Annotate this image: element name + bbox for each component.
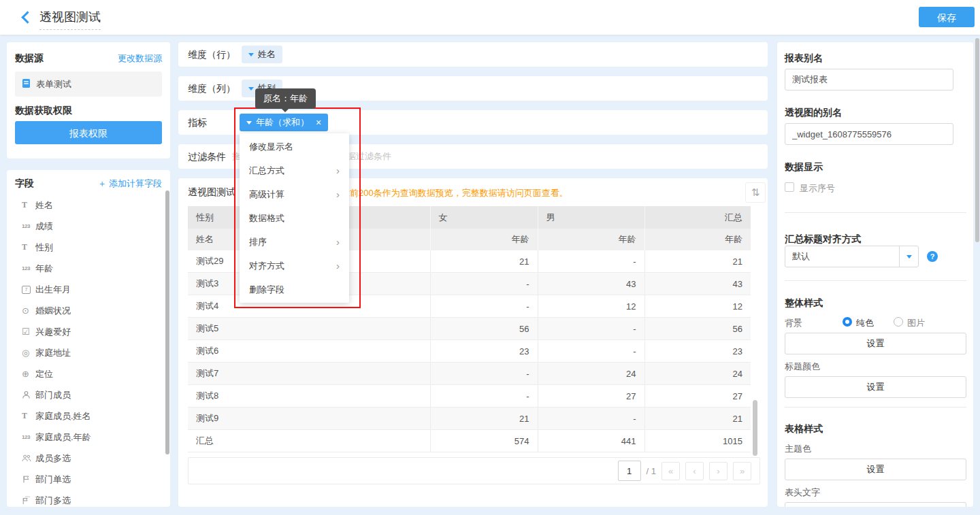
field-item[interactable]: T家庭成员.姓名 <box>7 405 170 427</box>
fields-scrollbar[interactable] <box>165 190 169 454</box>
show-index-checkbox[interactable] <box>785 182 794 192</box>
bg-solid-label: 纯色 <box>856 317 874 329</box>
table-row: 测试7-2424 <box>188 363 751 385</box>
widget-alias-label: 透视图的别名 <box>785 107 842 119</box>
field-item[interactable]: 7出生年月 <box>7 279 170 300</box>
field-item[interactable]: T姓名 <box>7 195 170 216</box>
dept-multi-icon <box>22 496 35 505</box>
radio-icon: ⊙ <box>22 305 35 316</box>
chevron-right-icon: › <box>336 165 340 176</box>
field-item[interactable]: 部门多选 <box>7 490 170 507</box>
show-index-label: 显示序号 <box>800 182 835 195</box>
chevron-right-icon: › <box>336 260 340 271</box>
metric-label: 指标 <box>188 110 207 135</box>
add-calc-field-link[interactable]: ＋ 添加计算字段 <box>97 178 162 190</box>
bg-image-radio[interactable] <box>894 317 903 327</box>
divider <box>785 212 966 213</box>
field-item[interactable]: ◎家庭地址 <box>7 342 170 363</box>
bg-solid-radio[interactable] <box>843 317 852 327</box>
divider <box>785 280 966 281</box>
chevron-right-icon: › <box>336 188 340 200</box>
field-item[interactable]: 部门成员 <box>7 384 170 405</box>
back-icon[interactable] <box>20 12 30 22</box>
change-datasource-link[interactable]: 更改数据源 <box>118 52 162 65</box>
next-page-icon[interactable]: › <box>709 462 728 480</box>
header-text-set-button[interactable]: 设置 <box>785 502 966 507</box>
widget-alias-input[interactable] <box>785 123 953 145</box>
field-item[interactable]: 成员多选 <box>7 448 170 469</box>
header-text-label: 表头文字 <box>785 486 820 499</box>
first-page-icon[interactable]: « <box>662 462 680 480</box>
preview-scrollbar[interactable] <box>753 400 757 456</box>
field-item[interactable]: 123家庭成员.年龄 <box>7 427 170 448</box>
menu-item-delete-field[interactable]: 删除字段 <box>240 278 349 301</box>
table-row: 测试8-2727 <box>188 385 751 408</box>
text-icon: T <box>22 411 35 421</box>
report-alias-input[interactable] <box>785 69 953 90</box>
page-scrollbar[interactable] <box>975 38 979 242</box>
chevron-down-icon <box>248 53 254 56</box>
number-icon: 123 <box>22 223 35 229</box>
menu-item-data-format[interactable]: 数据格式 <box>240 206 349 230</box>
settings-panel: 报表别名 透视图的别名 数据显示 显示序号 汇总标题对齐方式 默认 ? 整体样式… <box>777 42 973 507</box>
title-color-label: 标题颜色 <box>785 361 820 373</box>
menu-item-align[interactable]: 对齐方式› <box>240 254 349 278</box>
tooltip-arrow <box>281 108 289 112</box>
last-page-icon[interactable]: » <box>733 462 751 480</box>
number-icon: 123 <box>22 265 35 271</box>
chevron-down-icon <box>248 87 254 90</box>
metric-tag[interactable]: 年龄（求和）× <box>240 114 328 131</box>
row-dimension-label: 维度（行） <box>188 42 235 67</box>
filter-label: 过滤条件 <box>188 144 226 169</box>
overall-style-label: 整体样式 <box>785 297 823 310</box>
close-icon[interactable]: × <box>316 118 321 127</box>
menu-item-advanced-calc[interactable]: 高级计算› <box>240 182 349 206</box>
menu-item-summary-method[interactable]: 汇总方式› <box>240 159 349 182</box>
prev-page-icon[interactable]: ‹ <box>685 462 704 480</box>
divider <box>785 407 966 408</box>
fields-panel: 字段 ＋ 添加计算字段 T姓名 123成绩 T性别 123年龄 7出生年月 ⊙婚… <box>7 170 170 507</box>
preview-title: 透视图测试 <box>188 186 235 199</box>
field-item[interactable]: 123成绩 <box>7 216 170 237</box>
field-item[interactable]: 部门单选 <box>7 469 170 490</box>
table-row: 测试623-23 <box>188 340 751 363</box>
field-item[interactable]: ☑兴趣爱好 <box>7 321 170 342</box>
field-item[interactable]: T性别 <box>7 237 170 258</box>
sort-order-icon[interactable]: ⇅ <box>745 182 766 203</box>
report-permission-button[interactable]: 报表权限 <box>15 121 162 144</box>
field-item[interactable]: ⊕定位 <box>7 363 170 384</box>
datasource-panel: 数据源 更改数据源 表单测试 数据获取权限 报表权限 <box>7 42 170 159</box>
chevron-down-icon <box>246 121 252 124</box>
preview-notice: 仅展示前200条作为查询数据预览，完整数据请访问页面查看。 <box>323 187 568 199</box>
top-bar: 透视图测试 保存 <box>0 0 980 35</box>
permission-section-title: 数据获取权限 <box>15 105 72 117</box>
menu-item-sort[interactable]: 排序› <box>240 230 349 254</box>
page-input[interactable] <box>618 461 641 481</box>
theme-color-set-button[interactable]: 设置 <box>785 459 966 480</box>
datasource-section-title: 数据源 <box>15 52 44 65</box>
original-name-tooltip: 原名：年龄 <box>255 88 316 109</box>
field-item[interactable]: 123年龄 <box>7 258 170 279</box>
text-icon: T <box>22 200 35 210</box>
col-dimension-label: 维度（列） <box>188 76 235 101</box>
report-alias-label: 报表别名 <box>785 52 823 65</box>
pagination-bar: / 1 « ‹ › » <box>188 457 760 484</box>
chevron-down-icon <box>899 246 918 267</box>
fields-section-title: 字段 <box>15 178 34 190</box>
field-context-menu: 修改显示名 汇总方式› 高级计算› 数据格式 排序› 对齐方式› 删除字段 <box>240 133 349 303</box>
data-display-label: 数据显示 <box>785 161 823 173</box>
field-item[interactable]: ⊙婚姻状况 <box>7 300 170 321</box>
background-set-button[interactable]: 设置 <box>785 333 966 354</box>
page-total: / 1 <box>647 466 656 476</box>
page-title[interactable]: 透视图测试 <box>39 9 101 30</box>
table-row: 测试556-56 <box>188 318 751 340</box>
table-style-label: 表格样式 <box>785 423 823 435</box>
summary-align-select[interactable]: 默认 <box>785 246 919 267</box>
title-color-set-button[interactable]: 设置 <box>785 376 966 398</box>
help-icon[interactable]: ? <box>927 251 938 262</box>
row-dimension-tag[interactable]: 姓名 <box>242 46 282 63</box>
menu-item-rename[interactable]: 修改显示名 <box>240 135 349 159</box>
save-button[interactable]: 保存 <box>919 7 975 27</box>
datasource-item[interactable]: 表单测试 <box>15 71 162 97</box>
datasource-name: 表单测试 <box>36 78 71 90</box>
